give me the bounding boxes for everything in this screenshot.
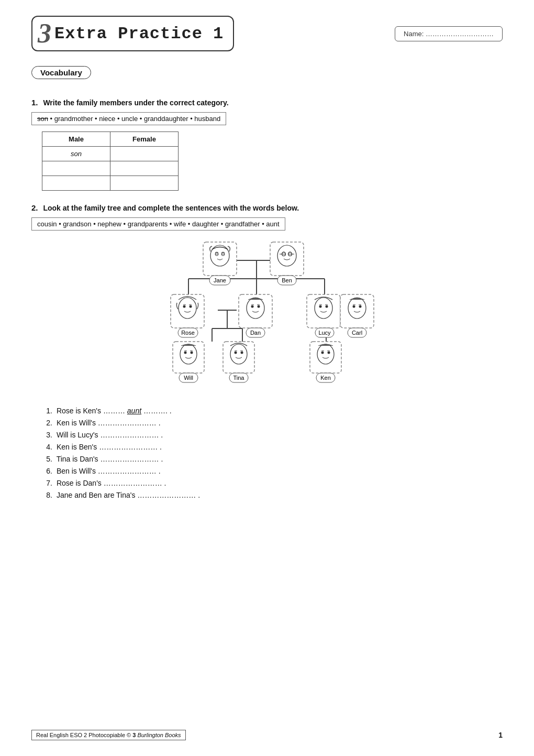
s1-dots: ………. . [141, 407, 172, 415]
svg-point-50 [348, 298, 366, 319]
s6-text: Ben is Will's …………………… . [57, 467, 161, 475]
sentence-6: 6. Ben is Will's …………………… . [42, 467, 503, 475]
section-label: Vocabulary [31, 66, 91, 79]
cell-empty5 [110, 176, 179, 191]
sentence-1: 1. Rose is Ken's ……… aunt ………. . [42, 407, 503, 415]
s7-num: 7. [42, 479, 52, 487]
svg-text:Will: Will [184, 375, 193, 381]
footer-text: Real English ESO 2 Photocopiable © [36, 732, 132, 738]
exercise-2: 2. Look at the family tree and complete … [31, 203, 503, 499]
s4-num: 4. [42, 443, 52, 451]
ex1-words-rest: • grandmother • niece • uncle • granddau… [50, 115, 221, 123]
ex2-number: 2. [31, 203, 38, 212]
sentences-list: 1. Rose is Ken's ……… aunt ………. . 2. Ken … [42, 407, 503, 499]
svg-point-69 [321, 352, 324, 354]
son-word: son [37, 115, 48, 123]
svg-point-56 [180, 344, 197, 364]
sentence-5: 5. Tina is Dan's …………………… . [42, 455, 503, 463]
svg-point-62 [230, 344, 247, 364]
svg-point-64 [241, 352, 243, 354]
page-header: 3 Extra Practice 1 Name: ………………………… [31, 16, 503, 51]
svg-point-44 [315, 298, 332, 319]
svg-point-51 [353, 305, 355, 308]
s8-num: 8. [42, 491, 52, 499]
ex2-word-box: cousin • grandson • nephew • grandparent… [31, 217, 285, 231]
svg-text:Ben: Ben [282, 277, 292, 283]
svg-point-57 [184, 352, 187, 354]
sentence-4: 4. Ken is Ben's …………………… . [42, 443, 503, 451]
s7-text: Rose is Dan's …………………… . [57, 479, 166, 487]
s8-text: Jane and Ben are Tina's …………………… . [57, 491, 200, 499]
sentence-3: 3. Will is Lucy's …………………… . [42, 431, 503, 439]
cell-son: son [42, 147, 110, 161]
s5-num: 5. [42, 455, 52, 463]
cell-empty4 [42, 176, 110, 191]
svg-point-68 [317, 344, 334, 364]
s3-text: Will is Lucy's …………………… . [57, 431, 163, 439]
svg-point-52 [359, 305, 362, 308]
ex2-instruction: Look at the family tree and complete the… [43, 204, 299, 212]
title-box: 3 Extra Practice 1 [31, 16, 234, 51]
svg-point-70 [328, 352, 330, 354]
vocab-table: Male Female son [42, 132, 179, 191]
svg-text:Dan: Dan [250, 330, 261, 336]
footer: Real English ESO 2 Photocopiable © 3 Bur… [31, 730, 503, 740]
exercise-2-heading: 2. Look at the family tree and complete … [31, 203, 503, 212]
s1-answer: aunt [127, 407, 141, 415]
page-number: 1 [498, 731, 503, 739]
cell-empty2 [42, 161, 110, 176]
table-row [42, 161, 179, 176]
s1-num: 1. [42, 407, 52, 415]
s2-num: 2. [42, 419, 52, 427]
exercise-1-heading: 1. Write the family members under the co… [31, 98, 503, 107]
svg-point-63 [235, 352, 237, 354]
ex1-number: 1. [31, 98, 38, 107]
table-row: son [42, 147, 179, 161]
table-row [42, 176, 179, 191]
sentence-7: 7. Rose is Dan's …………………… . [42, 479, 503, 487]
name-field: Name: ………………………… [395, 26, 503, 41]
s6-num: 6. [42, 467, 52, 475]
svg-point-34 [190, 305, 192, 308]
svg-point-32 [179, 298, 196, 319]
svg-point-45 [319, 305, 322, 308]
section-label-wrap: Vocabulary [31, 66, 503, 89]
footer-publisher: Burlington Books [136, 732, 181, 738]
son-answer: son [71, 150, 82, 158]
svg-point-46 [326, 305, 328, 308]
sentence-8: 8. Jane and Ben are Tina's …………………… . [42, 491, 503, 499]
s4-text: Ken is Ben's …………………… . [57, 443, 162, 451]
svg-text:Rose: Rose [181, 330, 195, 336]
col-female: Female [110, 132, 179, 147]
s1-text: Rose is Ken's ……… [57, 407, 127, 415]
cell-empty3 [110, 161, 179, 176]
family-tree-svg: Jane Ben [120, 237, 414, 399]
svg-text:Carl: Carl [352, 330, 362, 336]
svg-point-38 [247, 298, 264, 319]
svg-text:Tina: Tina [233, 375, 245, 381]
svg-point-22 [277, 245, 296, 266]
col-male: Male [42, 132, 110, 147]
svg-point-40 [258, 305, 260, 308]
ex1-word-box: son • grandmother • niece • uncle • gran… [31, 112, 226, 125]
s3-num: 3. [42, 431, 52, 439]
cell-empty1 [110, 147, 179, 161]
family-tree: Jane Ben [120, 237, 414, 399]
svg-point-33 [183, 305, 186, 308]
svg-text:Ken: Ken [320, 375, 331, 381]
svg-text:Lucy: Lucy [318, 330, 331, 336]
s5-text: Tina is Dan's …………………… . [57, 455, 163, 463]
page-title: Extra Practice 1 [54, 24, 224, 43]
s2-text: Ken is Will's …………………… . [57, 419, 161, 427]
exercise-1: 1. Write the family members under the co… [31, 98, 503, 191]
svg-point-58 [191, 352, 193, 354]
exercise-number: 3 [38, 20, 51, 47]
footer-copyright: Real English ESO 2 Photocopiable © 3 Bur… [31, 730, 186, 740]
svg-point-39 [251, 305, 254, 308]
ex1-instruction: Write the family members under the corre… [43, 98, 228, 107]
sentence-2: 2. Ken is Will's …………………… . [42, 419, 503, 427]
svg-text:Jane: Jane [214, 277, 226, 283]
